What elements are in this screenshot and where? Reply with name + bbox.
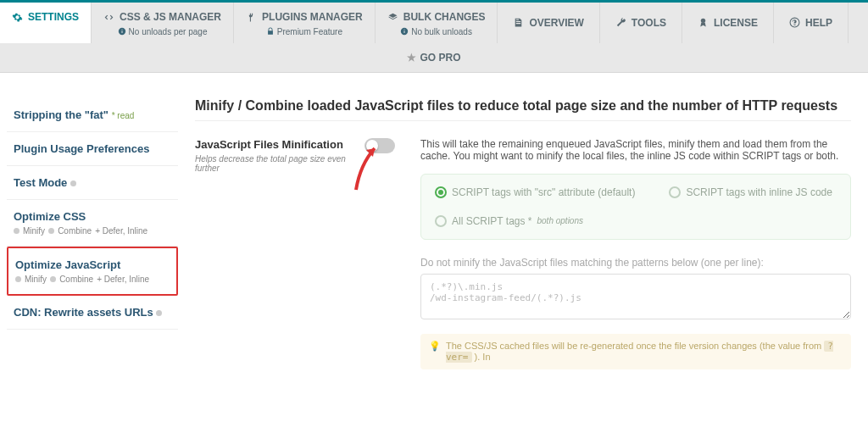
sidebar-item-stripping[interactable]: Stripping the "fat" * read — [7, 98, 178, 132]
status-dot — [15, 276, 21, 282]
option-inline-tags[interactable]: SCRIPT tags with inline JS code — [669, 186, 832, 198]
go-pro-row[interactable]: ★GO PRO — [0, 43, 868, 73]
page-heading: Minify / Combine loaded JavaScript files… — [195, 98, 851, 121]
toggle-js-minification[interactable] — [364, 138, 395, 153]
tab-plugins-manager[interactable]: PLUGINS MANAGER Premium Feature — [234, 3, 376, 43]
gear-icon — [12, 12, 23, 23]
sidebar-item-optimize-js[interactable]: Optimize JavaScript Minify Combine + Def… — [7, 247, 178, 296]
status-dot — [50, 276, 56, 282]
status-dot — [70, 180, 76, 186]
main-content: Stripping the "fat" * read Plugin Usage … — [0, 98, 868, 369]
status-dot — [48, 228, 54, 234]
sidebar-item-cdn[interactable]: CDN: Rewrite assets URLs — [7, 296, 178, 330]
option-src-tags[interactable]: SCRIPT tags with "src" attribute (defaul… — [435, 186, 635, 198]
sidebar-item-optimize-css[interactable]: Optimize CSS Minify Combine + Defer, Inl… — [7, 200, 178, 247]
wrench-icon — [615, 17, 626, 28]
help-icon — [789, 17, 800, 28]
radio — [669, 186, 681, 198]
tab-license[interactable]: LICENSE — [682, 3, 774, 43]
tab-css-js-manager[interactable]: CSS & JS MANAGER No unloads per page — [92, 3, 234, 43]
tab-help[interactable]: HELP — [774, 3, 849, 43]
exclude-label: Do not minify the JavaScript files match… — [420, 257, 851, 269]
setting-js-minification: JavaScript Files Minification Helps decr… — [195, 138, 851, 369]
content-panel: Minify / Combine loaded JavaScript files… — [178, 98, 868, 369]
plug-icon — [246, 12, 257, 23]
exclude-textarea[interactable] — [420, 274, 851, 319]
star-icon: ★ — [407, 52, 416, 64]
info-icon — [118, 27, 126, 36]
regeneration-note: 💡 The CSS/JS cached files will be re-gen… — [420, 334, 851, 369]
code-icon — [103, 12, 114, 23]
tab-settings[interactable]: SETTINGS — [0, 3, 92, 43]
document-icon — [513, 17, 524, 28]
status-dot — [156, 310, 162, 316]
svg-point-2 — [701, 19, 705, 23]
lock-icon — [266, 27, 275, 36]
stack-icon — [387, 12, 398, 23]
sidebar-item-test-mode[interactable]: Test Mode — [7, 166, 178, 200]
tab-overview[interactable]: OVERVIEW — [498, 3, 599, 43]
status-dot — [14, 228, 19, 234]
setting-label: JavaScript Files Minification — [195, 138, 348, 151]
options-box: SCRIPT tags with "src" attribute (defaul… — [420, 174, 851, 240]
option-all-tags[interactable]: All SCRIPT tags * both options — [435, 215, 837, 227]
sidebar: Stripping the "fat" * read Plugin Usage … — [0, 98, 178, 369]
tab-tools[interactable]: TOOLS — [600, 3, 682, 43]
top-tabs: SETTINGS CSS & JS MANAGER No unloads per… — [0, 0, 868, 43]
setting-help: Helps decrease the total page size even … — [195, 154, 348, 173]
setting-description: This will take the remaining enqueued Ja… — [420, 138, 851, 162]
sidebar-item-plugin-prefs[interactable]: Plugin Usage Preferences — [7, 132, 178, 166]
bulb-icon: 💡 — [429, 341, 441, 363]
ribbon-icon — [698, 17, 709, 28]
radio-selected — [435, 186, 447, 198]
info-icon — [400, 27, 409, 36]
tab-bulk-changes[interactable]: BULK CHANGES No bulk unloads — [376, 3, 498, 43]
radio — [435, 215, 447, 227]
